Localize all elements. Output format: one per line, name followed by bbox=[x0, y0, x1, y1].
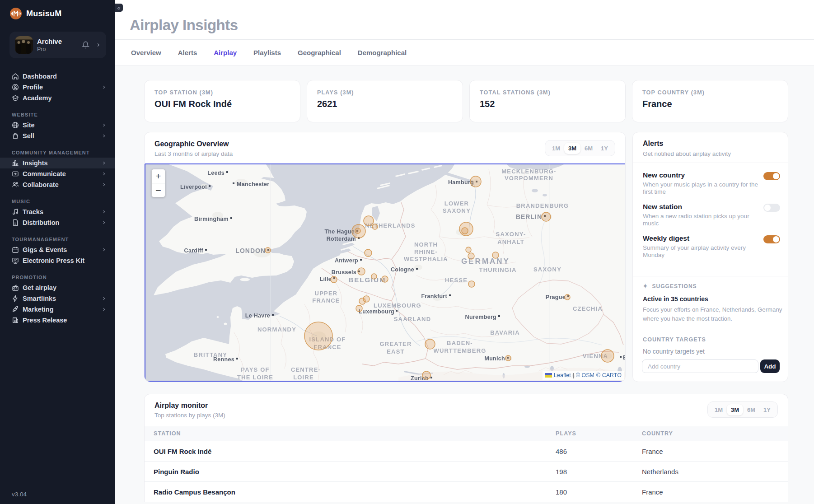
svg-text:BELGIUM: BELGIUM bbox=[348, 276, 386, 284]
svg-text:BERLIN: BERLIN bbox=[516, 213, 542, 220]
svg-text:LONDON: LONDON bbox=[235, 247, 266, 254]
svg-text:Leeds: Leeds bbox=[207, 170, 225, 176]
svg-text:LUXEMBOURG: LUXEMBOURG bbox=[374, 302, 421, 309]
svg-text:BAVARIA: BAVARIA bbox=[490, 329, 520, 336]
svg-text:CENTRE-: CENTRE- bbox=[291, 366, 321, 373]
svg-text:Munich: Munich bbox=[484, 355, 505, 362]
svg-text:SAARLAND: SAARLAND bbox=[394, 316, 431, 322]
svg-text:VORPOMMERN: VORPOMMERN bbox=[505, 175, 553, 182]
svg-text:UPPER: UPPER bbox=[315, 290, 338, 297]
svg-text:BRANDENBURG: BRANDENBURG bbox=[516, 202, 569, 209]
svg-text:Le Havre: Le Havre bbox=[245, 313, 270, 319]
svg-text:NORTH: NORTH bbox=[414, 241, 438, 248]
svg-text:Antwerp: Antwerp bbox=[335, 257, 358, 264]
svg-text:The Hague: The Hague bbox=[324, 229, 355, 235]
svg-text:Birmingham: Birmingham bbox=[194, 216, 229, 222]
svg-text:BADEN-: BADEN- bbox=[447, 340, 473, 346]
svg-text:B: B bbox=[623, 355, 625, 361]
svg-text:HESSE: HESSE bbox=[445, 277, 468, 284]
svg-text:Rennes: Rennes bbox=[213, 356, 234, 363]
svg-text:Cardiff: Cardiff bbox=[184, 247, 204, 254]
svg-text:WÜRTTEMBERG: WÜRTTEMBERG bbox=[433, 347, 486, 354]
svg-text:WESTPHALIA: WESTPHALIA bbox=[404, 256, 448, 262]
svg-text:THURINGIA: THURINGIA bbox=[479, 266, 516, 273]
svg-text:Cologne: Cologne bbox=[391, 266, 414, 273]
svg-text:PAYS OF: PAYS OF bbox=[241, 366, 269, 373]
svg-text:LOWER: LOWER bbox=[444, 200, 469, 207]
svg-text:SAXONY: SAXONY bbox=[533, 266, 561, 273]
svg-text:RHINE-: RHINE- bbox=[414, 248, 438, 255]
svg-text:LOIRE: LOIRE bbox=[293, 374, 314, 381]
svg-text:GREATER: GREATER bbox=[380, 341, 412, 347]
svg-text:SAXONY: SAXONY bbox=[443, 207, 471, 214]
svg-text:NORMANDY: NORMANDY bbox=[257, 326, 296, 333]
svg-text:Luxembourg: Luxembourg bbox=[359, 308, 394, 315]
svg-text:ANHALT: ANHALT bbox=[497, 238, 524, 245]
svg-text:Frankfurt: Frankfurt bbox=[421, 293, 447, 299]
svg-text:CZECHIA: CZECHIA bbox=[573, 305, 603, 312]
svg-text:Rotterdam: Rotterdam bbox=[327, 236, 356, 242]
svg-text:MECKLENBURG-: MECKLENBURG- bbox=[501, 168, 556, 175]
svg-text:SAXONY-: SAXONY- bbox=[496, 231, 526, 238]
svg-text:Lille: Lille bbox=[319, 276, 332, 282]
svg-text:Brussels: Brussels bbox=[332, 269, 356, 275]
svg-text:FRANCE: FRANCE bbox=[312, 297, 340, 304]
svg-text:THE LOIRE: THE LOIRE bbox=[237, 374, 273, 381]
svg-text:Prague: Prague bbox=[546, 294, 566, 300]
svg-text:EAST: EAST bbox=[387, 348, 404, 355]
svg-text:Nuremberg: Nuremberg bbox=[465, 314, 496, 320]
svg-text:Liverpool: Liverpool bbox=[180, 184, 207, 190]
svg-text:Manchester: Manchester bbox=[237, 181, 269, 187]
